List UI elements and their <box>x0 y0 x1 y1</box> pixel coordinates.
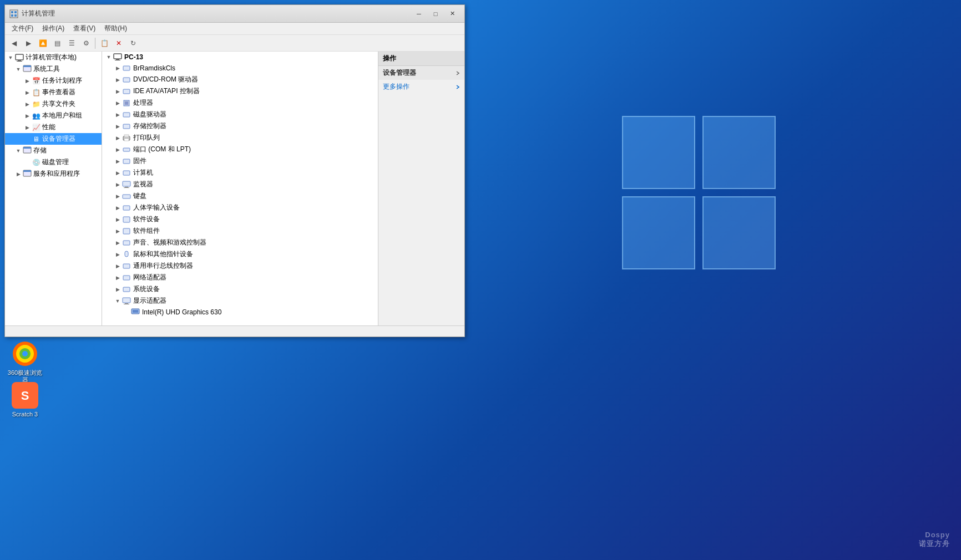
expand-mouse[interactable]: ▶ <box>113 250 122 259</box>
menu-help[interactable]: 帮助(H) <box>100 23 131 34</box>
expand-processor[interactable]: ▶ <box>113 99 122 108</box>
tree-local-users[interactable]: ▶ 👥 本地用户和组 <box>5 110 102 121</box>
tree-disk-mgmt[interactable]: 💿 磁盘管理 <box>5 156 102 168</box>
close-button[interactable]: ✕ <box>444 8 460 20</box>
expand-task-scheduler[interactable]: ▶ <box>23 77 32 85</box>
tree-device-manager[interactable]: 🖥 设备管理器 <box>5 133 102 145</box>
expand-hid[interactable]: ▶ <box>113 203 122 212</box>
right-pane: 操作 设备管理器 更多操作 <box>378 52 464 325</box>
expand-system-tools[interactable]: ▼ <box>14 65 23 74</box>
expand-ide[interactable]: ▶ <box>113 87 122 96</box>
tree-shared-folders[interactable]: ▶ 📁 共享文件夹 <box>5 98 102 110</box>
expand-pc13[interactable]: ▼ <box>104 53 113 62</box>
device-intel-gpu[interactable]: Intel(R) UHD Graphics 630 <box>102 307 378 318</box>
device-bramdisk[interactable]: ▶ BrRamdiskCls <box>102 63 378 74</box>
tb-refresh[interactable]: ↻ <box>127 37 140 50</box>
expand-monitor[interactable]: ▶ <box>113 180 122 189</box>
tree-root[interactable]: ▼ 计算机管理(本地) <box>5 52 102 63</box>
device-disk[interactable]: ▶ 磁盘驱动器 <box>102 109 378 120</box>
expand-display[interactable]: ▼ <box>113 297 122 306</box>
tree-storage[interactable]: ▼ 存储 <box>5 145 102 156</box>
maximize-button[interactable]: □ <box>428 8 443 20</box>
device-processor[interactable]: ▶ 处理器 <box>102 97 378 109</box>
device-system[interactable]: ▶ 系统设备 <box>102 283 378 295</box>
printer-icon <box>122 134 131 142</box>
device-dvd[interactable]: ▶ DVD/CD-ROM 驱动器 <box>102 74 378 85</box>
tb-details[interactable]: ☰ <box>65 37 78 50</box>
svg-rect-17 <box>17 61 22 62</box>
tb-back[interactable]: ◀ <box>7 37 21 50</box>
left-pane[interactable]: ▼ 计算机管理(本地) ▼ 系统工具 ▶ 📅 <box>5 52 102 325</box>
tb-forward[interactable]: ▶ <box>22 37 35 50</box>
svg-text:S: S <box>21 389 29 403</box>
desktop-icon-360browser[interactable]: 360极速浏览器 <box>3 338 47 386</box>
expand-shared-folders[interactable]: ▶ <box>23 100 32 109</box>
svg-rect-44 <box>123 206 130 210</box>
svg-rect-13 <box>11 14 13 17</box>
device-printer[interactable]: ▶ 打印队列 <box>102 132 378 144</box>
tb-up[interactable]: 🔼 <box>36 37 49 50</box>
device-firmware[interactable]: ▶ 固件 <box>102 155 378 167</box>
expand-system[interactable]: ▶ <box>113 285 122 294</box>
device-usb[interactable]: ▶ 通用串行总线控制器 <box>102 260 378 272</box>
computer-node-label: 计算机 <box>133 168 153 177</box>
device-computer[interactable]: ▶ 计算机 <box>102 167 378 179</box>
expand-local-users[interactable]: ▶ <box>23 111 32 120</box>
expand-storage-ctrl[interactable]: ▶ <box>113 122 122 131</box>
svg-rect-39 <box>123 171 130 175</box>
menu-file[interactable]: 文件(F) <box>7 23 38 34</box>
expand-disk-mgmt[interactable] <box>23 158 32 167</box>
tree-event-viewer[interactable]: ▶ 📋 事件查看器 <box>5 86 102 98</box>
expand-software-dev[interactable]: ▶ <box>113 215 122 224</box>
minimize-button[interactable]: ─ <box>411 8 427 20</box>
expand-dvd[interactable]: ▶ <box>113 75 122 84</box>
expand-root[interactable]: ▼ <box>6 53 15 62</box>
device-network[interactable]: ▶ 网络适配器 <box>102 272 378 283</box>
tb-export[interactable]: 📋 <box>98 37 111 50</box>
menu-action[interactable]: 操作(A) <box>38 23 69 34</box>
device-software-dev[interactable]: ▶ 软件设备 <box>102 213 378 225</box>
tree-services[interactable]: ▶ 服务和应用程序 <box>5 168 102 180</box>
middle-pane[interactable]: ▼ PC-13 ▶ BrRamdiskCls ▶ <box>102 52 378 325</box>
expand-event-viewer[interactable]: ▶ <box>23 88 32 97</box>
expand-network[interactable]: ▶ <box>113 273 122 282</box>
tree-task-scheduler[interactable]: ▶ 📅 任务计划程序 <box>5 75 102 86</box>
watermark-brand: Dospy <box>919 531 950 539</box>
device-root[interactable]: ▼ PC-13 <box>102 52 378 63</box>
tb-show-hide[interactable]: ▤ <box>50 37 64 50</box>
menu-view[interactable]: 查看(V) <box>69 23 100 34</box>
expand-storage[interactable]: ▼ <box>14 146 23 155</box>
expand-firmware[interactable]: ▶ <box>113 157 122 166</box>
tb-properties[interactable]: ⚙ <box>79 37 93 50</box>
expand-printer[interactable]: ▶ <box>113 134 122 142</box>
expand-audio[interactable]: ▶ <box>113 238 122 247</box>
device-monitor[interactable]: ▶ 监视器 <box>102 179 378 190</box>
action-more-actions[interactable]: 更多操作 <box>378 80 464 94</box>
device-mouse[interactable]: ▶ 鼠标和其他指针设备 <box>102 248 378 260</box>
tree-system-tools[interactable]: ▼ 系统工具 <box>5 63 102 75</box>
expand-com-port[interactable]: ▶ <box>113 145 122 154</box>
expand-keyboard[interactable]: ▶ <box>113 192 122 201</box>
browser-360-icon <box>12 340 38 367</box>
expand-software-comp[interactable]: ▶ <box>113 227 122 236</box>
expand-bramdisk[interactable]: ▶ <box>113 64 122 73</box>
tb-delete[interactable]: ✕ <box>112 37 125 50</box>
device-audio[interactable]: ▶ 声音、视频和游戏控制器 <box>102 237 378 248</box>
device-com-port[interactable]: ▶ 端口 (COM 和 LPT) <box>102 144 378 155</box>
tree-performance[interactable]: ▶ 📈 性能 <box>5 121 102 133</box>
device-keyboard[interactable]: ▶ 键盘 <box>102 190 378 202</box>
device-storage-ctrl[interactable]: ▶ 存储控制器 <box>102 120 378 132</box>
expand-device-manager[interactable] <box>23 135 32 144</box>
device-software-comp[interactable]: ▶ 软件组件 <box>102 225 378 237</box>
expand-usb[interactable]: ▶ <box>113 262 122 271</box>
status-bar <box>5 325 464 337</box>
device-ide[interactable]: ▶ IDE ATA/ATAPI 控制器 <box>102 85 378 97</box>
software-dev-icon <box>122 215 131 224</box>
expand-computer[interactable]: ▶ <box>113 169 122 177</box>
device-hid[interactable]: ▶ 人体学输入设备 <box>102 202 378 213</box>
device-display[interactable]: ▼ 显示适配器 <box>102 295 378 307</box>
expand-disk[interactable]: ▶ <box>113 110 122 119</box>
desktop-icon-scratch3[interactable]: S Scratch 3 <box>3 380 47 420</box>
expand-performance[interactable]: ▶ <box>23 123 32 132</box>
expand-services[interactable]: ▶ <box>14 170 23 179</box>
